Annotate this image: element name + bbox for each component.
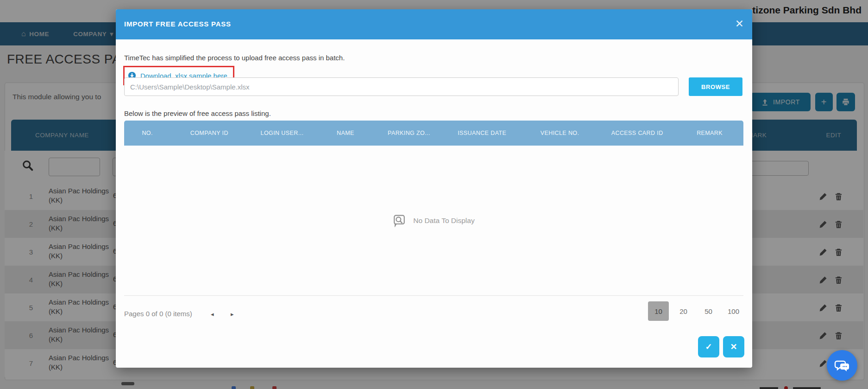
- preview-column-header: PARKING ZO...: [375, 130, 443, 136]
- pagination-label: Pages 0 of 0 (0 items): [124, 310, 192, 318]
- modal-actions: ✓ ✕: [698, 336, 744, 357]
- prev-page-icon[interactable]: ◂: [211, 311, 214, 318]
- preview-column-header: NO.: [124, 130, 170, 136]
- preview-column-header: VEHICLE NO.: [521, 130, 598, 136]
- page-size-button[interactable]: 10: [648, 301, 669, 321]
- page-size-button[interactable]: 20: [673, 301, 694, 321]
- chat-icon: [834, 357, 850, 374]
- chat-widget-button[interactable]: [827, 350, 857, 381]
- page-size-selector: 102050100: [648, 301, 744, 321]
- empty-state: No Data To Display: [124, 146, 743, 295]
- cancel-button[interactable]: ✕: [723, 336, 744, 357]
- next-page-icon[interactable]: ▸: [231, 311, 234, 318]
- divider: [124, 295, 743, 296]
- file-path-input[interactable]: [124, 77, 679, 96]
- preview-column-header: COMPANY ID: [170, 130, 248, 136]
- no-data-text: No Data To Display: [413, 217, 474, 225]
- preview-column-header: NAME: [316, 130, 375, 136]
- preview-column-header: LOGIN USER...: [248, 130, 316, 136]
- close-icon[interactable]: ✕: [735, 18, 744, 30]
- modal-description: TimeTec has simplified the process to up…: [124, 54, 345, 62]
- modal-header: IMPORT FREE ACCESS PASS ✕: [116, 9, 752, 39]
- page-size-button[interactable]: 50: [698, 301, 719, 321]
- preview-column-header: REMARK: [676, 130, 743, 136]
- page-size-button[interactable]: 100: [723, 301, 744, 321]
- no-data-icon: [393, 214, 406, 227]
- confirm-button[interactable]: ✓: [698, 336, 719, 357]
- browse-button[interactable]: BROWSE: [689, 77, 742, 96]
- preview-table-header: NO.COMPANY IDLOGIN USER...NAMEPARKING ZO…: [124, 121, 743, 146]
- preview-caption: Below is the preview of free access pass…: [124, 109, 271, 117]
- preview-column-header: ACCESS CARD ID: [598, 130, 676, 136]
- preview-column-header: ISSUANCE DATE: [443, 130, 521, 136]
- import-free-access-pass-modal: IMPORT FREE ACCESS PASS ✕ TimeTec has si…: [116, 9, 752, 368]
- modal-title: IMPORT FREE ACCESS PASS: [124, 20, 231, 28]
